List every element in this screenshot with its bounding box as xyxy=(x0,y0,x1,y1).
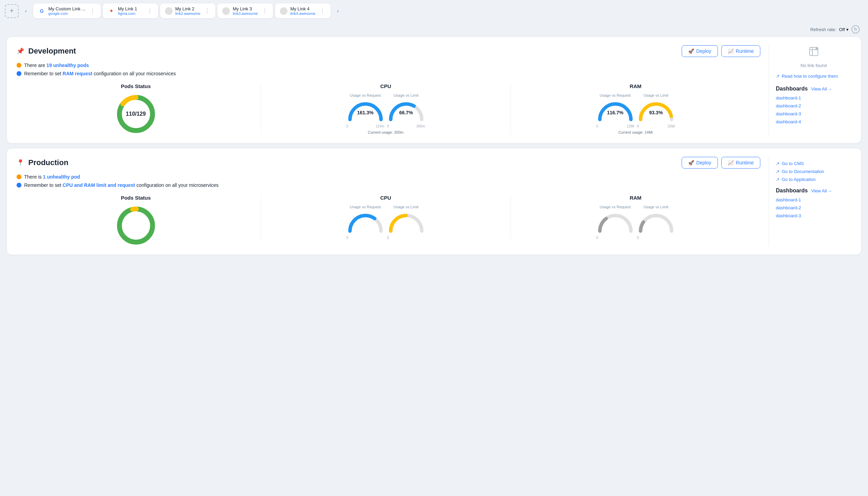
view-all-link[interactable]: View All → xyxy=(811,188,832,193)
tab-item[interactable]: G My Custom Link ... google.com ⋮ xyxy=(33,3,101,18)
dashboard-link[interactable]: dashboard-4 xyxy=(776,119,851,124)
gauge-range: 0 xyxy=(596,236,634,240)
dashboard-link[interactable]: dashboard-2 xyxy=(776,205,851,210)
runtime-button[interactable]: 📈 Runtime xyxy=(721,45,760,57)
tab-item[interactable]: My Link 2 link2.awesome ⋮ xyxy=(160,3,216,18)
runtime-button[interactable]: 📈 Runtime xyxy=(721,157,760,169)
external-link-icon: ↗ xyxy=(776,74,780,79)
go-to-documentation-link[interactable]: ↗ Go to Documentation xyxy=(776,169,851,174)
dashboard-link[interactable]: dashboard-2 xyxy=(776,103,851,108)
cpu-title: CPU xyxy=(266,83,505,89)
gauge-container xyxy=(596,211,634,235)
tab-name: My Link 1 xyxy=(118,6,143,11)
tab-url: google.com xyxy=(48,11,86,16)
deploy-button[interactable]: 🚀 Deploy xyxy=(682,45,718,57)
alert-unhealthy-pods: There are 19 unhealthy pods xyxy=(17,63,760,68)
go-to-cms-link[interactable]: ↗ Go to CMS xyxy=(776,161,851,166)
tab-favicon xyxy=(280,7,287,15)
cpu-usage-vs-limit: Usage vs Limit 66.7% 0 300m xyxy=(387,93,425,128)
ram-request-link[interactable]: RAM request xyxy=(62,71,92,76)
view-all-link[interactable]: View All → xyxy=(811,86,832,92)
tab-menu-button[interactable]: ⋮ xyxy=(88,7,97,15)
gauge-value: 161.3% xyxy=(357,110,373,115)
pods-donut xyxy=(115,205,157,246)
gauge-container xyxy=(637,211,675,235)
alert-text: There is 1 unhealthy pod xyxy=(24,174,80,180)
gauge-label: Usage vs Request xyxy=(347,93,384,97)
gauge-svg xyxy=(637,211,675,233)
arrow-right-icon: → xyxy=(828,188,832,193)
add-tab-button[interactable]: + xyxy=(5,4,19,18)
go-to-application-link[interactable]: ↗ Go to Application xyxy=(776,177,851,182)
alert-text: There are 19 unhealthy pods xyxy=(24,63,89,68)
tab-item[interactable]: ✦ My Link 1 figma.com ⋮ xyxy=(103,3,158,18)
ram-gauges: Usage vs Request 116.7% 0 12Mi xyxy=(516,93,755,128)
refresh-rate-dropdown[interactable]: Off ▾ xyxy=(839,27,849,32)
tab-menu-button[interactable]: ⋮ xyxy=(318,7,326,15)
dashboard-link[interactable]: dashboard-3 xyxy=(776,213,851,218)
dashboard-link[interactable]: dashboard-3 xyxy=(776,111,851,116)
pods-status-title: Pods Status xyxy=(17,83,255,89)
tab-nav-prev[interactable]: ‹ xyxy=(21,6,31,16)
gauge-label: Usage vs Request xyxy=(596,93,634,97)
tab-favicon xyxy=(165,7,173,15)
svg-point-6 xyxy=(816,48,818,50)
deploy-button[interactable]: 🚀 Deploy xyxy=(682,157,718,169)
runtime-icon: 📈 xyxy=(728,48,734,54)
pods-status-section: Pods Status xyxy=(17,195,261,246)
cpu-current-usage: Current usage: 200m xyxy=(266,130,505,134)
cpu-usage-vs-request: Usage vs Request 161.3% 0 124m xyxy=(347,93,384,128)
ram-current-usage: Current usage: 14Mi xyxy=(516,130,755,134)
env-actions: 🚀 Deploy 📈 Runtime xyxy=(682,45,760,57)
alert-unhealthy-pod: There is 1 unhealthy pod xyxy=(17,174,760,180)
no-link-icon xyxy=(808,45,820,60)
env-title: Production xyxy=(28,158,677,167)
alert-text: Remember to set RAM request configuratio… xyxy=(24,71,176,76)
pods-donut: 110/129 xyxy=(115,93,157,135)
production-links: ↗ Go to CMS ↗ Go to Documentation ↗ Go t… xyxy=(776,161,851,182)
tab-name: My Custom Link ... xyxy=(48,6,86,11)
dashboards-header: Dashboards View All → xyxy=(776,188,851,194)
tab-nav-next[interactable]: › xyxy=(333,6,343,16)
env-actions: 🚀 Deploy 📈 Runtime xyxy=(682,157,760,169)
main-content: Refresh rate: Off ▾ ↻ 📌 Development 🚀 De… xyxy=(0,22,868,267)
tab-favicon: ✦ xyxy=(108,7,115,15)
unhealthy-pods-link[interactable]: 19 unhealthy pods xyxy=(47,63,89,68)
gauge-svg xyxy=(596,211,634,233)
tab-item[interactable]: My Link 4 link4.awesome ⋮ xyxy=(275,3,331,18)
alert-dot-blue xyxy=(17,71,21,76)
gauge-label: Usage vs Request xyxy=(596,205,634,209)
configure-link[interactable]: ↗ Read how to configure them xyxy=(776,74,851,79)
dashboard-link[interactable]: dashboard-1 xyxy=(776,95,851,101)
tab-menu-button[interactable]: ⋮ xyxy=(203,7,211,15)
external-link-icon: ↗ xyxy=(776,177,780,182)
pods-value: 110/129 xyxy=(126,111,146,117)
pin-icon: 📍 xyxy=(17,159,24,166)
gauge-label: Usage vs Limit xyxy=(387,93,425,97)
gauge-label: Usage vs Limit xyxy=(387,205,425,209)
cpu-ram-link[interactable]: CPU and RAM limit and request xyxy=(62,182,135,188)
unhealthy-pod-link[interactable]: 1 unhealthy pod xyxy=(43,174,80,180)
env-main: 📍 Production 🚀 Deploy 📈 Runtime There is xyxy=(17,157,760,246)
ram-section: RAM Usage vs Request 116.7% xyxy=(510,83,760,134)
development-card: 📌 Development 🚀 Deploy 📈 Runtime There a xyxy=(7,37,861,143)
ram-title: RAM xyxy=(516,195,755,201)
gauge-svg xyxy=(387,211,425,233)
external-link-icon: ↗ xyxy=(776,161,780,166)
tab-info: My Link 3 link3.awesome xyxy=(233,6,258,16)
gauge-container: 161.3% xyxy=(347,99,384,124)
tab-url: link2.awesome xyxy=(175,11,201,16)
gauge-range: 0 xyxy=(637,236,675,240)
tab-name: My Link 4 xyxy=(290,6,315,11)
tab-url: link3.awesome xyxy=(233,11,258,16)
ram-usage-vs-request: Usage vs Request 0 xyxy=(596,205,634,240)
tab-menu-button[interactable]: ⋮ xyxy=(146,7,154,15)
tab-item[interactable]: My Link 3 link3.awesome ⋮ xyxy=(217,3,273,18)
tab-menu-button[interactable]: ⋮ xyxy=(261,7,269,15)
gauge-range: 0 15Mi xyxy=(637,124,675,128)
chevron-down-icon: ▾ xyxy=(846,27,849,32)
cpu-gauges: Usage vs Request 161.3% 0 124m xyxy=(266,93,505,128)
refresh-button[interactable]: ↻ xyxy=(851,25,860,34)
dashboard-link[interactable]: dashboard-1 xyxy=(776,197,851,202)
alert-dot-blue xyxy=(17,183,21,188)
